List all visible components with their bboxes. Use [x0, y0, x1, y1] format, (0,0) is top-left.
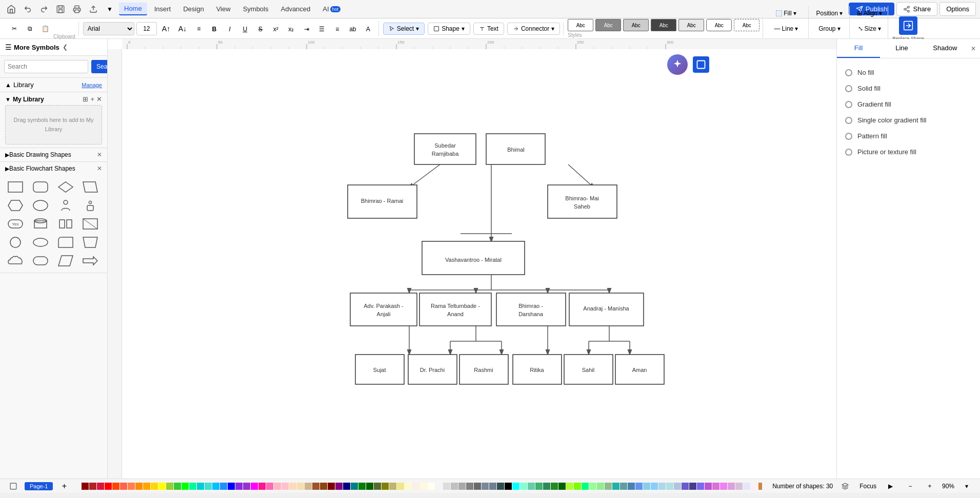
print-btn[interactable] — [70, 2, 84, 16]
color-swatch[interactable] — [351, 483, 358, 490]
shape-diamond[interactable] — [55, 179, 76, 195]
color-swatch[interactable] — [282, 483, 289, 490]
color-swatch[interactable] — [489, 483, 496, 490]
nav-view[interactable]: View — [211, 3, 236, 15]
color-swatch[interactable] — [712, 483, 719, 490]
paste-btn[interactable]: 📋 — [38, 22, 52, 36]
color-swatch[interactable] — [628, 483, 635, 490]
manage-btn[interactable]: Manage — [82, 82, 102, 88]
font-color-btn[interactable]: A — [361, 22, 375, 36]
gradient-fill-option[interactable]: Gradient fill — [843, 96, 974, 112]
color-swatch[interactable] — [328, 483, 335, 490]
sidebar-close-btn[interactable]: ❮ — [63, 44, 68, 51]
style-6[interactable]: Abc — [706, 19, 732, 31]
color-swatch[interactable] — [728, 483, 735, 490]
search-button[interactable]: Search — [91, 60, 108, 73]
style-2[interactable]: Abc — [595, 19, 621, 31]
plus-lib-btn[interactable]: + — [90, 95, 94, 103]
color-swatch[interactable] — [105, 483, 112, 490]
ai-circle-button[interactable] — [667, 54, 688, 75]
single-color-gradient-option[interactable]: Single color gradient fill — [843, 112, 974, 128]
color-swatch[interactable] — [335, 483, 343, 490]
color-swatch[interactable] — [543, 483, 550, 490]
color-swatch[interactable] — [535, 483, 543, 490]
add-to-lib-btn[interactable]: ⊞ — [83, 95, 88, 103]
style-3[interactable]: Abc — [623, 19, 649, 31]
color-swatch[interactable] — [89, 483, 96, 490]
nav-home[interactable]: Home — [119, 3, 147, 15]
color-swatch[interactable] — [443, 483, 450, 490]
color-swatch[interactable] — [428, 483, 435, 490]
zoom-menu-btn[interactable]: ▾ — [959, 479, 974, 493]
shadow-tab[interactable]: Shadow — [924, 39, 967, 58]
replace-shape-icon[interactable] — [899, 16, 917, 35]
line-btn[interactable]: — Line▾ — [772, 22, 801, 36]
focus-btn[interactable]: Focus — [857, 479, 878, 493]
nav-insert[interactable]: Insert — [149, 3, 176, 15]
color-swatch[interactable] — [651, 483, 658, 490]
more-btn[interactable]: ▼ — [103, 2, 117, 16]
color-swatch[interactable] — [235, 483, 243, 490]
decrease-font-btn[interactable]: A↓ — [175, 22, 190, 36]
color-swatch[interactable] — [658, 483, 666, 490]
bold-btn[interactable]: B — [207, 22, 222, 36]
color-swatch[interactable] — [620, 483, 627, 490]
text-tool-btn[interactable]: Text — [473, 23, 504, 35]
color-swatch[interactable] — [189, 483, 196, 490]
nav-advanced[interactable]: Advanced — [275, 3, 315, 15]
shape-rounded-rect2[interactable] — [30, 253, 51, 268]
zoom-out-btn[interactable]: − — [903, 479, 917, 493]
color-swatch[interactable] — [758, 483, 762, 490]
solid-fill-option[interactable]: Solid fill — [843, 80, 974, 96]
color-swatch[interactable] — [505, 483, 512, 490]
color-swatch[interactable] — [82, 483, 89, 490]
color-swatch[interactable] — [382, 483, 389, 490]
font-size-input[interactable] — [136, 22, 157, 35]
color-swatch[interactable] — [343, 483, 350, 490]
color-swatch[interactable] — [158, 483, 166, 490]
color-swatch[interactable] — [297, 483, 304, 490]
options-button[interactable]: Options — [939, 2, 976, 16]
redo-btn[interactable] — [37, 2, 51, 16]
nav-ai[interactable]: AI hot — [317, 3, 346, 15]
list-btn[interactable]: ☰ — [315, 22, 329, 36]
shape-skewed[interactable] — [55, 253, 76, 268]
color-swatch[interactable] — [466, 483, 473, 490]
color-swatch[interactable] — [474, 483, 481, 490]
increase-font-btn[interactable]: A↑ — [159, 22, 173, 36]
color-swatch[interactable] — [697, 483, 704, 490]
shape-circle[interactable] — [5, 235, 26, 250]
add-page-btn[interactable]: + — [57, 479, 71, 493]
highlight-btn[interactable]: ab — [346, 22, 360, 36]
color-swatch[interactable] — [720, 483, 727, 490]
nav-design[interactable]: Design — [178, 3, 209, 15]
style-5[interactable]: Abc — [678, 19, 704, 31]
basic-flowchart-close[interactable]: ✕ — [97, 165, 102, 172]
color-swatch[interactable] — [412, 483, 419, 490]
color-swatch[interactable] — [512, 483, 519, 490]
color-swatch[interactable] — [397, 483, 404, 490]
color-swatch[interactable] — [112, 483, 119, 490]
shape-parallelogram[interactable] — [80, 179, 101, 195]
shape-oval[interactable] — [30, 198, 51, 213]
color-swatch[interactable] — [182, 483, 189, 490]
color-swatch[interactable] — [751, 483, 758, 490]
color-swatch[interactable] — [605, 483, 612, 490]
picture-texture-option[interactable]: Picture or texture fill — [843, 144, 974, 160]
color-swatch[interactable] — [205, 483, 212, 490]
color-swatch[interactable] — [212, 483, 219, 490]
indent-btn[interactable]: ⇥ — [299, 22, 314, 36]
color-swatch[interactable] — [451, 483, 458, 490]
shape-diagonal[interactable] — [80, 216, 101, 232]
color-swatch[interactable] — [128, 483, 135, 490]
page-icon-btn[interactable] — [6, 479, 21, 493]
style-1[interactable]: Abc — [568, 19, 593, 31]
shape-arrow-right[interactable] — [80, 253, 101, 268]
color-swatch[interactable] — [366, 483, 373, 490]
fill-btn[interactable]: Fill▾ — [774, 6, 798, 20]
shape-bracket[interactable] — [55, 216, 76, 232]
color-swatch[interactable] — [266, 483, 273, 490]
connector-tool-btn[interactable]: Connector ▾ — [507, 23, 560, 35]
search-input[interactable] — [4, 60, 88, 73]
color-swatch[interactable] — [612, 483, 619, 490]
